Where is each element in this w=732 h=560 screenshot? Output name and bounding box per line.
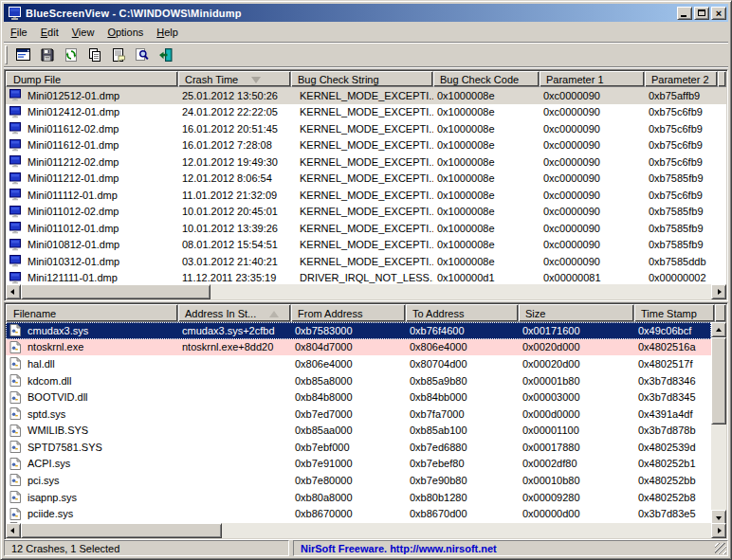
bug-check-string: KERNEL_MODE_EXCEPTI... (291, 220, 433, 237)
scroll-up-button[interactable] (711, 322, 726, 337)
minimize-button[interactable] (677, 7, 692, 20)
parameter-2: 0xb75c6fb9 (645, 137, 718, 154)
column-header[interactable]: Size (519, 304, 634, 322)
exit-button[interactable] (154, 45, 177, 65)
minidump-file-icon (9, 222, 22, 234)
scroll-left-button[interactable] (6, 523, 21, 538)
driver-row[interactable]: sptd.sys 0xb7ed7000 0xb7fa7000 0x000d000… (6, 406, 711, 423)
driver-row[interactable]: kdcom.dll 0xb85a8000 0xb85a9b80 0x00001b… (6, 372, 711, 389)
address-in-stack (178, 372, 291, 389)
to-address: 0xb8670d00 (406, 505, 519, 522)
crash-row[interactable]: Mini011612-01.dmp 16.01.2012 7:28:08 KER… (6, 137, 726, 154)
crash-row[interactable]: Mini011212-01.dmp 12.01.2012 8:06:54 KER… (6, 171, 726, 188)
refresh-button[interactable] (59, 45, 82, 65)
scroll-left-icon (10, 528, 14, 533)
menu-item[interactable]: File (4, 25, 34, 40)
close-button[interactable]: × (711, 7, 726, 20)
driver-size: 0x000d0000 (519, 406, 634, 423)
crash-row[interactable]: Mini011112-01.dmp 11.01.2012 21:32:09 KE… (6, 187, 726, 204)
crash-row[interactable]: Mini012412-01.dmp 24.01.2012 22:22:05 KE… (6, 104, 726, 121)
menu-item[interactable]: Help (150, 25, 185, 40)
driver-row[interactable]: pciide.sys 0xb8670000 0xb8670d00 0x00000… (6, 505, 711, 522)
parameter-2: 0xb7585fb9 (645, 204, 718, 221)
column-header[interactable]: Bug Check String (291, 71, 433, 87)
column-header[interactable]: Time Stamp (634, 304, 715, 322)
menu-item[interactable]: Edit (34, 25, 65, 40)
column-header[interactable]: Bug Check Code (433, 71, 540, 87)
menu-item[interactable]: View (65, 25, 101, 40)
crash-row[interactable]: Mini011012-01.dmp 10.01.2012 13:39:26 KE… (6, 220, 726, 237)
driver-row[interactable]: WMILIB.SYS 0xb85aa000 0xb85ab100 0x00001… (6, 422, 711, 439)
bug-check-code: 0x1000008e (433, 204, 540, 221)
driver-row[interactable]: hal.dll 0x806e4000 0x80704d00 0x00020d00… (6, 355, 711, 372)
lower-hscroll-thumb[interactable] (21, 523, 222, 538)
crash-row[interactable]: Mini011612-02.dmp 16.01.2012 20:51:45 KE… (6, 120, 726, 137)
crash-row[interactable]: Mini011212-02.dmp 12.01.2012 19:49:30 KE… (6, 154, 726, 171)
dump-file-name: Mini011012-02.dmp (27, 206, 119, 217)
lower-horizontal-scrollbar[interactable] (6, 523, 726, 538)
resize-grip[interactable] (715, 543, 726, 554)
from-address: 0xb8670000 (291, 505, 406, 522)
parameter-2: 0xb75c6fb9 (645, 154, 718, 171)
scroll-right-button[interactable] (711, 523, 726, 538)
toolbar-grip[interactable] (5, 45, 8, 64)
to-address: 0xb84bb000 (406, 388, 519, 406)
driver-file-name: SPTD7581.SYS (27, 442, 102, 453)
close-icon: × (712, 7, 725, 20)
upper-horizontal-scrollbar[interactable] (6, 284, 726, 299)
driver-row[interactable]: SPTD7581.SYS 0xb7ebf000 0xb7ed6880 0x000… (6, 439, 711, 456)
toolbar (4, 44, 728, 66)
upper-hscroll-thumb[interactable] (21, 284, 210, 299)
nirsoft-link[interactable]: NirSoft Freeware. http://www.nirsoft.net (301, 543, 497, 554)
save-button[interactable] (35, 45, 59, 65)
lower-vscroll-thumb[interactable] (711, 337, 726, 425)
from-address: 0xb7e80000 (291, 472, 406, 489)
dump-file-name: Mini010812-01.dmp (27, 239, 119, 250)
crash-time: 16.01.2012 20:51:45 (178, 120, 291, 137)
status-crash-count: 12 Crashes, 1 Selected (4, 540, 289, 556)
crash-row[interactable]: Mini010812-01.dmp 08.01.2012 15:54:51 KE… (6, 237, 726, 254)
column-header[interactable]: Parameter 2 (645, 71, 718, 87)
column-header[interactable]: Filename (6, 304, 178, 322)
crash-row[interactable]: Mini010312-01.dmp 03.01.2012 21:40:21 KE… (6, 253, 726, 270)
driver-row[interactable]: ntoskrnl.exe ntoskrnl.exe+8dd20 0x804d70… (6, 339, 711, 356)
column-header[interactable]: Crash Time (178, 71, 291, 87)
find-button[interactable] (130, 45, 154, 65)
scroll-right-button[interactable] (711, 284, 726, 299)
properties-button[interactable] (106, 45, 130, 65)
minidump-file-icon (9, 272, 22, 284)
bug-check-string: KERNEL_MODE_EXCEPTI... (291, 87, 433, 104)
copy-button[interactable] (82, 45, 106, 65)
driver-row[interactable]: cmudax3.sys cmudax3.sys+2cfbd 0xb7583000… (6, 322, 711, 339)
driver-file-name: isapnp.sys (27, 492, 77, 503)
crash-row[interactable]: Mini012512-01.dmp 25.01.2012 13:50:26 KE… (6, 87, 726, 104)
column-header[interactable]: Parameter 1 (540, 71, 645, 87)
menu-item[interactable]: Options (101, 25, 150, 40)
parameter-2: 0xb75c6fb9 (645, 187, 718, 204)
driver-row[interactable]: isapnp.sys 0xb80a8000 0xb80b1280 0x00009… (6, 489, 711, 506)
refresh-icon (64, 47, 79, 63)
lower-vertical-scrollbar[interactable] (711, 322, 726, 525)
minidump-file-icon (9, 255, 22, 267)
column-header[interactable]: To Address (406, 304, 519, 322)
column-header-filler (718, 71, 726, 87)
column-header[interactable]: From Address (291, 304, 406, 322)
from-address: 0xb7e91000 (291, 456, 406, 473)
titlebar[interactable]: BlueScreenView - C:\WINDOWS\Minidump × (4, 4, 728, 22)
driver-row[interactable]: BOOTVID.dll 0xb84b8000 0xb84bb000 0x0000… (6, 388, 711, 406)
advanced-options-button[interactable] (11, 45, 35, 65)
column-header[interactable]: Address In St... (178, 304, 291, 322)
column-header[interactable]: Dump File (6, 71, 178, 87)
scroll-left-button[interactable] (6, 284, 21, 299)
to-address: 0xb76f4600 (406, 322, 519, 339)
crash-row[interactable]: Mini011012-02.dmp 10.01.2012 20:45:01 KE… (6, 204, 726, 221)
driver-row[interactable]: ACPI.sys 0xb7e91000 0xb7ebef80 0x0002df8… (6, 456, 711, 473)
driver-size: 0x00000d00 (519, 505, 634, 522)
bug-check-string: KERNEL_MODE_EXCEPTI... (291, 154, 433, 171)
driver-size: 0x00009280 (519, 489, 634, 506)
driver-row[interactable]: pci.sys 0xb7e80000 0xb7e90b80 0x00010b80… (6, 472, 711, 489)
parameter-2: 0xb75c6fb9 (645, 104, 718, 121)
maximize-button[interactable] (694, 7, 709, 20)
driver-file-icon (9, 407, 22, 420)
crash-list-header: Dump File Crash Time Bug Check String (6, 71, 726, 87)
